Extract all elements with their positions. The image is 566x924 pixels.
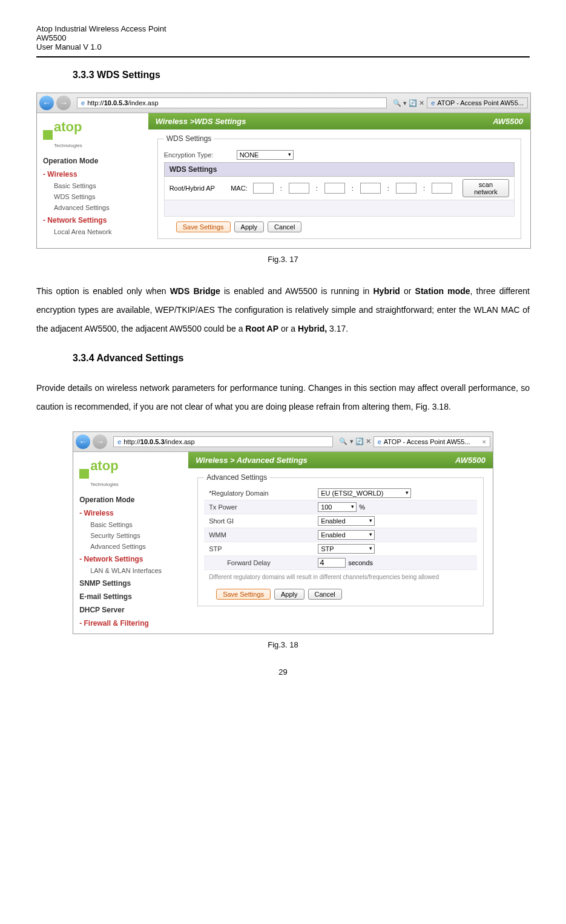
forward-delay-row: Forward Delay seconds [204,556,477,570]
nav-advanced-settings[interactable]: Advanced Settings [54,204,142,211]
wds-table-row-empty [164,200,515,217]
ie-icon: e [431,99,435,106]
mac-sep: : [352,185,354,192]
mac-input-4[interactable] [360,183,381,194]
app-body: atop Technologies Operation Mode - Wirel… [73,452,493,634]
nav-advanced-settings[interactable]: Advanced Settings [90,543,182,550]
forward-delay-input[interactable] [318,558,346,568]
browser-tab[interactable]: e ATOP - Access Point AW55... [427,97,528,108]
ie-icon: e [378,438,381,445]
logo-text: atop [54,119,82,134]
nav-wireless[interactable]: - Wireless [79,509,182,517]
fieldset-legend: WDS Settings [164,134,214,143]
mac-sep: : [423,185,425,192]
forward-delay-label: Forward Delay [209,559,318,566]
encryption-dropdown[interactable]: NONE [237,150,294,160]
regulatory-dropdown[interactable]: EU (ETSI2_WORLD) [318,488,411,498]
logo-subtext: Technologies [90,482,119,487]
forward-delay-unit: seconds [348,559,373,566]
back-button[interactable]: ← [76,434,90,449]
save-button[interactable]: Save Settings [176,221,231,232]
shortgi-label: Short GI [209,517,318,525]
txpower-dropdown[interactable]: 100 [318,502,357,512]
nav-wireless[interactable]: - Wireless [43,170,142,179]
root-ap-label: Root/Hybrid AP [169,185,226,192]
paragraph-wds: This option is enabled only when WDS Bri… [36,282,530,338]
wds-table-header: WDS Settings [164,162,515,177]
shortgi-dropdown[interactable]: Enabled [318,516,375,526]
breadcrumb-text: Wireless > Advanced Settings [196,456,308,465]
nav-snmp[interactable]: SNMP Settings [79,579,182,588]
mac-sep: : [387,185,389,192]
save-button[interactable]: Save Settings [216,589,271,600]
url-bar[interactable]: e http://10.0.5.3/index.asp [77,97,387,108]
cancel-button[interactable]: Cancel [268,221,301,232]
nav-lan-wlan[interactable]: LAN & WLAN Interfaces [90,567,182,574]
apply-button[interactable]: Apply [274,589,304,600]
nav-operation-mode[interactable]: Operation Mode [43,157,142,165]
model-label: AW5500 [455,456,485,465]
nav-email[interactable]: E-mail Settings [79,592,182,601]
figure-caption-18: Fig.3. 18 [36,640,530,649]
txpower-label: Tx Power [209,503,318,511]
scan-network-button[interactable]: scan network [462,179,509,197]
url-path: /index.asp [165,438,195,445]
search-refresh-icons[interactable]: 🔍 ▾ 🔄 ✕ [393,99,424,107]
nav-basic-settings[interactable]: Basic Settings [54,182,142,189]
nav-lan[interactable]: Local Area Network [54,228,142,235]
mac-input-3[interactable] [324,183,345,194]
regulatory-note: Different regulatory domains will result… [204,570,477,584]
search-refresh-icons[interactable]: 🔍 ▾ 🔄 ✕ [339,437,370,445]
nav-dhcp[interactable]: DHCP Server [79,606,182,614]
mac-label: MAC: [231,185,248,192]
url-path: /index.asp [128,99,158,106]
nav-network-settings[interactable]: - Network Settings [79,555,182,563]
forward-button[interactable]: → [56,96,71,110]
screenshot-wds: ← → e http://10.0.5.3/index.asp 🔍 ▾ 🔄 ✕ … [36,93,531,249]
ie-icon: e [81,99,85,106]
nav-security-settings[interactable]: Security Settings [90,532,182,539]
page-number: 29 [36,667,530,677]
header-line3: User Manual V 1.0 [36,42,530,51]
nav-operation-mode[interactable]: Operation Mode [79,496,182,504]
stp-row: STP STP [204,542,477,556]
mac-sep: : [316,185,318,192]
close-tab-icon[interactable]: × [470,438,485,445]
button-row: Save Settings Apply Cancel [176,221,515,232]
cancel-button[interactable]: Cancel [308,589,342,600]
back-button[interactable]: ← [39,96,54,110]
url-prefix: http:// [87,99,104,106]
fieldset-legend: Advanced Settings [204,473,269,482]
sidebar: atop Technologies Operation Mode - Wirel… [73,452,188,634]
browser-toolbar: ← → e http://10.0.5.3/index.asp 🔍 ▾ 🔄 ✕ … [73,432,493,452]
mac-input-6[interactable] [432,183,452,194]
wmm-dropdown[interactable]: Enabled [318,530,375,540]
logo-subtext: Technologies [54,143,82,148]
header-line2: AW5500 [36,33,530,42]
browser-tab[interactable]: e ATOP - Access Point AW55... × [373,436,490,447]
regulatory-row: *Regulatory Domain EU (ETSI2_WORLD) [204,487,477,500]
nav-firewall[interactable]: - Firewall & Filtering [79,619,182,627]
stp-dropdown[interactable]: STP [318,544,375,554]
mac-input-1[interactable] [253,183,274,194]
logo-icon [43,130,53,140]
advanced-fieldset: Advanced Settings *Regulatory Domain EU … [197,477,484,606]
mac-input-5[interactable] [396,183,416,194]
breadcrumb-text: Wireless >WDS Settings [156,117,246,126]
shortgi-row: Short GI Enabled [204,514,477,528]
apply-button[interactable]: Apply [234,221,265,232]
regulatory-label: *Regulatory Domain [209,490,318,497]
nav-basic-settings[interactable]: Basic Settings [90,521,182,528]
logo: atop Technologies [79,458,182,490]
mac-input-2[interactable] [289,183,309,194]
logo: atop Technologies [43,119,142,151]
nav-network-settings[interactable]: - Network Settings [43,216,142,224]
wmm-label: WMM [209,531,318,539]
section-title-wds: 3.3.3 WDS Settings [73,70,530,80]
button-row: Save Settings Apply Cancel [216,589,477,600]
url-bar[interactable]: e http://10.0.5.3/index.asp [113,436,333,447]
forward-button[interactable]: → [93,434,107,449]
nav-wds-settings[interactable]: WDS Settings [54,193,142,200]
encryption-row: Encryption Type: NONE [164,150,515,160]
browser-toolbar: ← → e http://10.0.5.3/index.asp 🔍 ▾ 🔄 ✕ … [37,93,530,113]
